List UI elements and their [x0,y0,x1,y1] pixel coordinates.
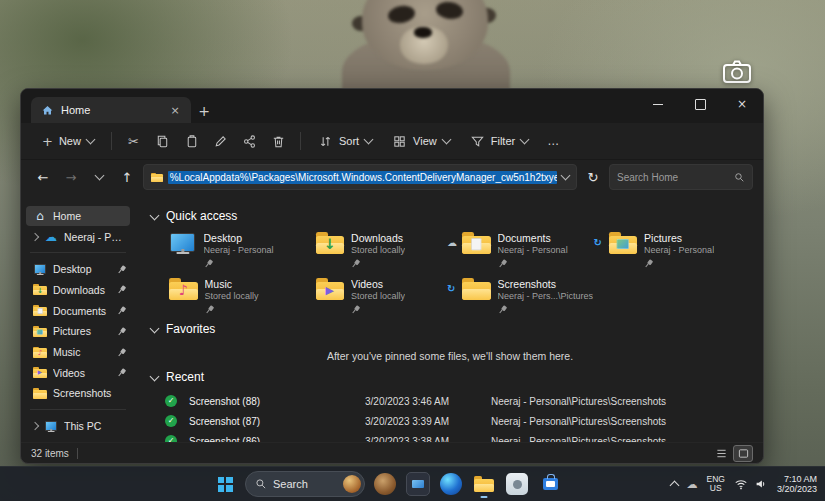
tab-home[interactable]: Home × [31,97,191,123]
taskbar-clock[interactable]: 7:10 AM 3/20/2023 [777,474,817,495]
sidebar-item-onedrive[interactable]: ☁ Neeraj - Persona [26,227,130,247]
refresh-button[interactable]: ↻ [581,165,605,189]
recent-file-row[interactable]: ✓ Screenshot (87) 3/20/2023 3:39 AM Neer… [151,411,749,431]
up-button[interactable]: ↑ [115,165,139,189]
new-button[interactable]: + New [33,130,103,153]
sidebar-item-home[interactable]: ⌂ Home [26,206,130,226]
tray-status-icons[interactable] [734,477,768,491]
search-input[interactable]: Search Home [609,164,753,190]
recent-locations-button[interactable] [87,165,111,189]
camera-icon[interactable] [722,58,752,88]
address-input[interactable]: %LocalAppdata%\Packages\Microsoft.Window… [168,171,557,184]
large-icons-view-button[interactable] [733,445,753,462]
recent-file-row[interactable]: ✓ Screenshot (86) 3/20/2023 3:38 AM Neer… [151,431,749,442]
tile-name: Screenshots [498,278,594,291]
store-icon[interactable] [537,470,563,498]
copy-icon [155,134,170,149]
folder-icon [462,278,491,300]
rename-button[interactable] [207,128,234,154]
view-button[interactable]: View [383,129,459,154]
sort-icon [318,134,333,149]
cut-button[interactable]: ✂ [120,128,147,154]
favorites-header[interactable]: Favorites [151,317,749,341]
filter-button[interactable]: Filter [461,129,537,154]
pin-icon [642,257,655,270]
copy-button[interactable] [149,128,176,154]
desktop-icon [169,232,197,255]
sidebar-item-pictures[interactable]: Pictures [26,322,130,342]
sync-status-icon: ↻ [447,284,455,294]
hidden-icons-chevron-icon[interactable] [669,481,679,491]
new-tab-button[interactable]: + [191,99,217,123]
sidebar-item-documents[interactable]: Documents [26,301,130,321]
statusbar-divider [77,448,78,459]
back-button[interactable]: ← [31,165,55,189]
sidebar-item-music[interactable]: ♪ Music [26,342,130,362]
search-icon [255,478,267,490]
taskbar-browser-icon[interactable] [372,470,398,498]
sidebar-item-downloads[interactable]: ↓ Downloads [26,280,130,300]
sidebar-item-screenshots[interactable]: Screenshots [26,384,130,404]
recent-file-row[interactable]: ✓ Screenshot (88) 3/20/2023 3:46 AM Neer… [151,391,749,411]
maximize-button[interactable] [679,89,721,119]
file-explorer-window: Home × + × + New ✂ [20,88,764,464]
paste-button[interactable] [178,128,205,154]
expand-chevron-icon[interactable] [31,422,39,430]
pin-icon [349,303,362,316]
minimize-button[interactable] [637,89,679,119]
expand-chevron-icon[interactable] [31,232,39,240]
new-label: New [59,135,81,147]
tile-name: Music [205,278,259,291]
tile-subtitle: Stored locally [351,245,405,256]
more-options-button[interactable]: … [539,129,567,153]
onedrive-cloud-icon: ☁ [45,231,57,243]
language-indicator[interactable]: ENG US [707,475,725,494]
quick-access-header[interactable]: Quick access [151,204,749,228]
quick-access-tile-downloads[interactable]: ↓ Downloads Stored locally [312,229,457,271]
delete-button[interactable] [265,128,292,154]
task-view-icon[interactable] [405,470,431,498]
address-dropdown-icon[interactable] [561,171,571,181]
start-button[interactable] [212,470,238,498]
pin-icon [115,346,128,359]
details-view-button[interactable] [711,445,731,462]
running-app-indicator [481,496,488,499]
section-title: Recent [166,370,204,384]
tab-close-icon[interactable]: × [167,102,183,118]
taskbar-search[interactable]: Search [245,471,365,497]
toolbar-separator [111,132,112,150]
cloud-status-icon: ☁ [447,238,457,248]
tile-name: Documents [498,232,568,245]
status-bar: 32 items [21,442,763,463]
forward-button[interactable]: → [59,165,83,189]
item-count: 32 items [31,448,69,459]
sort-button[interactable]: Sort [309,129,381,154]
close-button[interactable]: × [721,89,763,119]
settings-icon[interactable] [504,470,530,498]
sidebar-item-desktop[interactable]: Desktop [26,259,130,279]
file-explorer-icon[interactable] [471,470,497,498]
sidebar-item-this-pc[interactable]: This PC [26,416,130,436]
collapse-chevron-icon [150,210,160,220]
address-bar[interactable]: %LocalAppdata%\Packages\Microsoft.Window… [143,164,577,190]
quick-access-tile-documents[interactable]: ☁ Documents Neeraj - Personal [458,229,603,271]
recent-header[interactable]: Recent [151,365,749,389]
edge-icon[interactable] [438,470,464,498]
chevron-down-icon [94,171,104,181]
window-controls: × [637,89,763,119]
pin-icon [203,303,216,316]
onedrive-tray-icon[interactable]: ☁ [687,479,698,490]
quick-access-tile-screenshots[interactable]: ↻ Screenshots Neeraj - Pers...\Pictures [458,275,603,317]
search-highlight-icon [343,475,361,493]
sidebar-item-videos[interactable]: ▶ Videos [26,363,130,383]
search-label: Search [273,478,308,490]
tile-name: Pictures [644,232,714,245]
quick-access-tile-videos[interactable]: ▶ Videos Stored locally [312,275,457,317]
quick-access-tile-pictures[interactable]: ↻ Pictures Neeraj - Personal [605,229,750,271]
synced-check-icon: ✓ [165,415,177,427]
share-button[interactable] [236,128,263,154]
cut-icon: ✂ [128,135,139,148]
quick-access-tile-desktop[interactable]: Desktop Neeraj - Personal [165,229,310,271]
quick-access-tile-music[interactable]: ♪ Music Stored locally [165,275,310,317]
rename-icon [213,134,228,149]
